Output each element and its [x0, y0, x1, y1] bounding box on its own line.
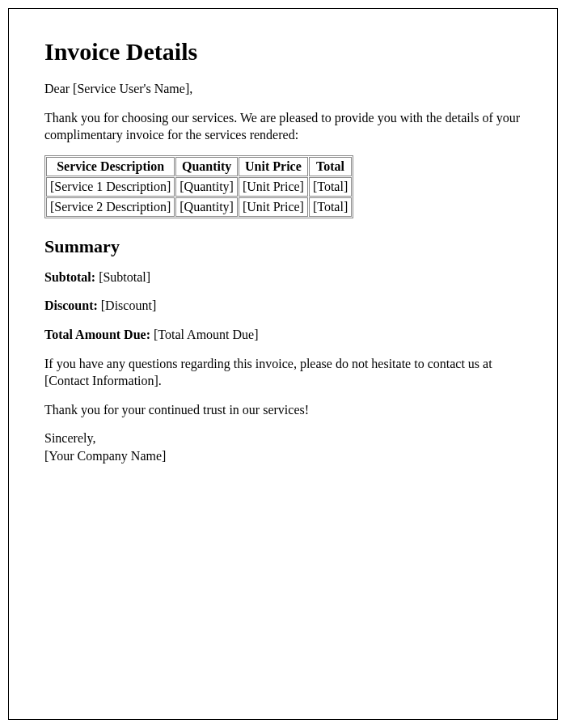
col-unit-price: Unit Price	[239, 157, 308, 176]
cell-quantity: [Quantity]	[175, 177, 238, 197]
salutation: Dear [Service User's Name],	[44, 80, 522, 98]
subtotal-line: Subtotal: [Subtotal]	[44, 269, 522, 286]
thanks-paragraph: Thank you for your continued trust in ou…	[44, 401, 522, 419]
cell-total: [Total]	[309, 197, 352, 217]
table-row: [Service 1 Description] [Quantity] [Unit…	[46, 177, 352, 197]
summary-heading: Summary	[44, 236, 522, 257]
contact-paragraph: If you have any questions regarding this…	[44, 355, 522, 390]
company-name: [Your Company Name]	[44, 449, 166, 463]
cell-unit-price: [Unit Price]	[239, 177, 308, 197]
cell-unit-price: [Unit Price]	[239, 197, 308, 217]
discount-line: Discount: [Discount]	[44, 297, 522, 315]
invoice-page: Invoice Details Dear [Service User's Nam…	[8, 8, 558, 720]
discount-label: Discount:	[44, 298, 98, 312]
total-due-value: [Total Amount Due]	[150, 328, 259, 341]
cell-service-description: [Service 1 Description]	[46, 177, 175, 197]
page-title: Invoice Details	[44, 38, 522, 66]
col-quantity: Quantity	[175, 157, 238, 176]
subtotal-label: Subtotal:	[44, 270, 95, 284]
table-row: [Service 2 Description] [Quantity] [Unit…	[46, 197, 352, 217]
signature-block: Sincerely, [Your Company Name]	[44, 430, 522, 464]
cell-quantity: [Quantity]	[175, 197, 238, 217]
table-header-row: Service Description Quantity Unit Price …	[46, 157, 352, 176]
col-total: Total	[309, 157, 352, 176]
total-due-line: Total Amount Due: [Total Amount Due]	[44, 326, 522, 344]
subtotal-value: [Subtotal]	[95, 270, 150, 284]
services-table: Service Description Quantity Unit Price …	[44, 155, 353, 218]
total-due-label: Total Amount Due:	[44, 328, 150, 341]
intro-paragraph: Thank you for choosing our services. We …	[44, 109, 522, 144]
col-service-description: Service Description	[46, 157, 175, 176]
cell-total: [Total]	[309, 177, 352, 197]
cell-service-description: [Service 2 Description]	[46, 197, 175, 217]
discount-value: [Discount]	[98, 298, 156, 312]
signoff: Sincerely,	[44, 431, 95, 445]
